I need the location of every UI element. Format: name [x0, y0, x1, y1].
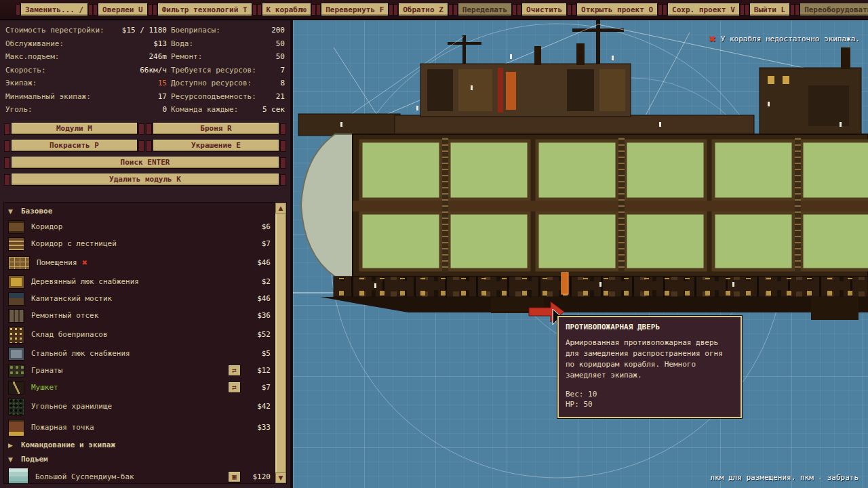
list-item-corridor-ladder[interactable]: Коридор с лестницей $7	[8, 235, 271, 252]
musket-icon	[8, 381, 24, 394]
stat-label: Скорость:	[5, 66, 46, 75]
module-price: $42	[248, 402, 271, 411]
module-price: $7	[248, 383, 271, 392]
clear-button[interactable]: Очистить	[521, 3, 567, 16]
crew-warning: ✖ У корабля недостаточно экипажа.	[709, 34, 860, 44]
modules-tab-button[interactable]: Модули M	[11, 122, 138, 135]
list-item-quarters[interactable]: Помещения ✖ $46	[8, 252, 271, 273]
resize-button[interactable]: ▣	[228, 471, 241, 483]
undo-button[interactable]: Обратно Z	[398, 3, 448, 16]
paint-tab-button[interactable]: Покрасить P	[11, 139, 138, 152]
module-price: $46	[248, 258, 271, 267]
module-name: Ремонтный отсек	[31, 311, 98, 320]
tooltip-title: ПРОТИВОПОЖАРНАЯ ДВЕРЬ	[566, 323, 734, 331]
search-button[interactable]: Поиск ENTER	[11, 156, 279, 169]
list-item-coal-store[interactable]: Угольное хранилище $42	[8, 396, 271, 417]
stat-value: 17	[158, 92, 167, 101]
wooden-hatch-icon	[8, 275, 24, 289]
stat-rebuild-cost: Стоимость перестройки:$15 / 1180	[5, 24, 167, 37]
chevron-down-icon: ▼	[8, 456, 15, 463]
list-item-fire-post[interactable]: Пожарная точка $33	[8, 417, 271, 438]
unavailable-icon: ✖	[82, 259, 87, 266]
stat-label: Уголь:	[5, 105, 33, 114]
category-command-crew[interactable]: ▶ Командование и экипаж	[8, 438, 271, 452]
warning-text: У корабля недостаточно экипажа.	[721, 35, 860, 43]
module-name: Большой Суспендиум-бак	[35, 472, 134, 481]
module-price: $36	[248, 311, 271, 320]
replace-button[interactable]: Заменить... /	[20, 3, 88, 16]
suspendium-tank-icon	[8, 468, 28, 484]
category-basic[interactable]: ▼ Базовое	[8, 204, 271, 218]
module-name: Пожарная точка	[31, 423, 94, 432]
flip-button[interactable]: Перевернуть F	[321, 3, 389, 16]
module-name-highlighted: Мушкет	[31, 383, 58, 392]
tooltip-description: Армированная противопожарная дверь для з…	[566, 338, 734, 381]
list-item-grenades[interactable]: Гранаты ⇄ $12	[8, 362, 271, 379]
stat-value: $13	[153, 39, 167, 48]
overlays-button[interactable]: Оверлеи U	[98, 3, 148, 16]
list-item-bridge[interactable]: Капитанский мостик $46	[8, 290, 271, 307]
stat-speed: Скорость:66км/ч	[5, 64, 167, 77]
delete-module-button[interactable]: Удалить модуль K	[11, 173, 279, 186]
to-ship-button[interactable]: К кораблю	[262, 3, 312, 16]
list-item-corridor[interactable]: Коридор $6	[8, 218, 271, 235]
corridor-ladder-icon	[8, 237, 24, 251]
category-lift[interactable]: ▼ Подъем	[8, 452, 271, 466]
module-list-scrollbar[interactable]: ▲ ▼	[275, 203, 286, 483]
stat-value: 200	[271, 26, 285, 35]
list-item-wooden-hatch[interactable]: Деревянный люк снабжения $2	[8, 273, 271, 290]
toolbar: Заменить... / Оверлеи U Фильтр технологи…	[0, 0, 868, 20]
module-list: ▼ Базовое Коридор $6 Коридор с лестницей…	[3, 202, 287, 484]
decal-tab-button[interactable]: Украшение E	[153, 139, 279, 152]
stat-command-interval: Команда каждые:5 сек	[171, 103, 285, 117]
swap-ammo-button[interactable]: ⇄	[228, 365, 241, 376]
stats-column-left: Стоимость перестройки:$15 / 1180 Обслужи…	[5, 24, 167, 117]
stat-value-shortage: 15	[158, 79, 167, 87]
stat-label: Минимальный экипаж:	[5, 92, 91, 101]
quarters-icon	[8, 256, 30, 270]
stat-max-lift: Макс.подъем:246m	[5, 50, 167, 64]
scroll-down-icon[interactable]: ▼	[275, 472, 286, 483]
module-price: $7	[248, 239, 271, 248]
stat-value: 5 сек	[262, 105, 285, 114]
stats-column-right: Боеприпасы:200 Вода:50 Ремонт:50 Требует…	[171, 24, 285, 117]
category-label: Подъем	[21, 455, 48, 464]
list-item-ammo-store[interactable]: Склад боеприпасов $52	[8, 324, 271, 345]
exit-button[interactable]: Выйти L	[749, 3, 790, 16]
module-name: Гранаты	[31, 366, 62, 375]
scroll-up-icon[interactable]: ▲	[275, 203, 286, 214]
stat-value: 7	[280, 66, 285, 75]
tech-filter-button[interactable]: Фильтр технологий T	[157, 3, 252, 16]
coal-store-icon	[8, 398, 24, 415]
category-label: Командование и экипаж	[21, 441, 115, 449]
stat-label: Боеприпасы:	[171, 26, 220, 35]
module-price: $5	[248, 349, 271, 358]
module-name: Коридор	[31, 222, 62, 231]
bridge-icon	[8, 292, 24, 306]
open-project-button[interactable]: Открыть проект O	[576, 3, 658, 16]
module-price: $12	[248, 366, 271, 375]
stat-resources-available: Доступно ресурсов:8	[171, 77, 285, 90]
module-price: $46	[248, 294, 271, 303]
redo-button[interactable]: Переделать	[458, 3, 512, 16]
module-name: Коридор с лестницей	[31, 239, 117, 248]
ship-stats: Стоимость перестройки:$15 / 1180 Обслужи…	[0, 20, 290, 118]
stat-value: $15 / 1180	[122, 26, 167, 35]
list-item-musket[interactable]: Мушкет ⇄ $7	[8, 379, 271, 396]
save-project-button[interactable]: Сохр. проект V	[667, 3, 740, 16]
module-price: $6	[248, 222, 271, 231]
stat-upkeep: Обслуживание:$13	[5, 37, 167, 51]
module-name: Помещения	[37, 258, 77, 267]
stat-label: Требуется ресурсов:	[171, 66, 256, 75]
refit-button[interactable]: Переоборудовать	[800, 3, 868, 16]
scrollbar-track[interactable]	[275, 214, 286, 472]
list-item-suspendium-tank[interactable]: Большой Суспендиум-бак ▣ $120	[8, 466, 271, 483]
list-item-repair-bay[interactable]: Ремонтный отсек $36	[8, 307, 271, 324]
stat-repair: Ремонт:50	[171, 50, 285, 64]
stat-min-crew: Минимальный экипаж:17	[5, 90, 167, 104]
list-item-steel-hatch[interactable]: Стальной люк снабжения $5	[8, 345, 271, 362]
stat-value: 66км/ч	[140, 66, 167, 75]
stat-label: Ремонт:	[171, 52, 202, 61]
armor-tab-button[interactable]: Броня R	[153, 122, 279, 135]
swap-ammo-button[interactable]: ⇄	[228, 382, 241, 393]
